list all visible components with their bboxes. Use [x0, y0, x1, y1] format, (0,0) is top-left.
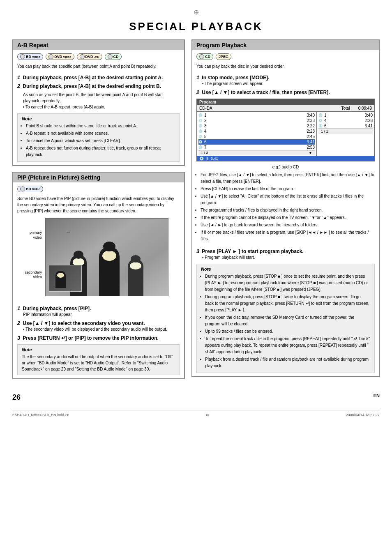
badge-bd: BDVideo	[17, 53, 43, 60]
pip-badges: BDVideo	[17, 186, 180, 192]
track-time: 2:58	[307, 145, 315, 150]
bottom-track-num: 8	[206, 157, 208, 161]
pip-step2-text: Use [▲ / ▼] to select the secondary vide…	[23, 320, 145, 326]
pip-header: PIP (Picture in Picture) Setting	[13, 173, 184, 182]
pip-note-box: Note The the secondary audio will not be…	[17, 344, 180, 375]
penguin-belly-3	[130, 262, 141, 269]
footer-left: E5H40UD_NB500SL9_EN.indd 26	[12, 413, 69, 417]
pip-image-wrapper: primaryvideo secondaryvideo	[17, 218, 180, 296]
program-bullet-item: Use [▲ / ▼] to select "All Clear" at the…	[201, 193, 375, 206]
ab-step1: 1 During playback, press [A-B] at the de…	[17, 74, 180, 81]
pip-secondary-label: secondaryvideo	[17, 270, 42, 280]
pip-bd-icon	[20, 187, 25, 191]
cd-disc-icon	[108, 54, 113, 59]
program-note-bullet: Playback from a desired track / file and…	[205, 356, 370, 369]
program-note-bullet: If you open the disc tray, remove the SD…	[205, 314, 370, 327]
right-track-row: 💿42:28	[318, 118, 373, 123]
table-caption: e.g.) audio CD	[196, 165, 375, 169]
program-table-subheader: CD-DA Total 0:09:49	[197, 105, 374, 112]
program-note-bullets: During program playback, press [STOP ■ ]…	[201, 273, 370, 369]
ab-step1-text: During playback, press [A-B] at the desi…	[23, 75, 163, 81]
track-disc: 💿	[198, 135, 203, 138]
col2-label: Total	[341, 106, 350, 111]
prog-step3-text: Press [PLAY ► ] to start program playbac…	[202, 249, 303, 254]
small-penguin-body	[55, 271, 66, 288]
pip-content: BDVideo Some BD-video have the PIP (pict…	[13, 182, 184, 378]
track-disc: 💿	[198, 119, 203, 122]
prog-step3-detail: • Program playback will start.	[196, 254, 375, 260]
crosshair-top: ⊕	[12, 8, 380, 16]
penguin-head-3	[131, 255, 141, 263]
program-footer-left: 1 / 3 ▼	[198, 150, 315, 155]
program-footer-bottom: 💿 8 3:41	[197, 156, 374, 161]
track-time: 2:28	[307, 129, 315, 134]
program-badges: CD JPEG	[196, 53, 375, 60]
pip-step1-num: 1	[17, 305, 20, 311]
ab-repeat-section: A-B Repeat BDVideo DVDVideo DVD-VR CD Yo…	[12, 39, 185, 166]
footer-crosshair: ⊕	[206, 413, 209, 417]
program-table-body: 💿13:40💿22:33💿32:22💿42:28💿52:45💿63:41💿72:…	[197, 112, 374, 156]
program-note-bullet: Up to 99 tracks / files can be entered.	[205, 328, 370, 335]
program-note-bullet: During program playback, press [STOP ■ ]…	[205, 294, 370, 313]
track-num: 6	[204, 140, 210, 144]
program-playback-section: Program Playback CD JPEG You can play ba…	[191, 39, 380, 377]
pip-step2: 2 Use [▲ / ▼] to select the secondary vi…	[17, 320, 180, 332]
prog-badge-cd: CD	[196, 53, 213, 60]
col2-time: 0:09:49	[358, 106, 372, 111]
ab-note-4: A-B repeat does not function during chap…	[26, 145, 175, 158]
track-row: 💿72:58	[198, 145, 315, 150]
ab-step2-bullet: • To cancel the A-B repeat, press [A-B] …	[23, 105, 105, 109]
page-number-area: 26 EN	[12, 393, 380, 402]
ab-notes-list: Point B should be set within the same ti…	[22, 123, 175, 158]
pip-note-title: Note	[22, 347, 175, 352]
pip-step3-num: 3	[17, 335, 20, 341]
pip-badge-bd: BDVideo	[17, 186, 43, 192]
left-column: A-B Repeat BDVideo DVDVideo DVD-VR CD Yo…	[12, 39, 185, 385]
page-title: SPECIAL PLAYBACK	[12, 20, 380, 33]
program-note-title: Note	[201, 267, 370, 272]
pip-penguin-2	[99, 238, 124, 296]
badge-dvd-video: DVDVideo	[46, 53, 74, 60]
pip-step3: 3 Press [RETURN ↵] or [PIP] to remove th…	[17, 335, 180, 341]
main-content: A-B Repeat BDVideo DVDVideo DVD-VR CD Yo…	[12, 39, 380, 385]
track-num: 3	[204, 124, 210, 128]
track-disc: 💿	[198, 129, 203, 133]
dvd-disc-icon	[48, 54, 53, 59]
pip-penguin-3	[128, 251, 150, 296]
badge-cd: CD	[105, 53, 122, 60]
pip-step1-text: During playback, press [PIP].	[23, 306, 91, 311]
left-tracks-container: 💿13:40💿22:33💿32:22💿42:28💿52:45💿63:41💿72:…	[198, 113, 315, 150]
ab-repeat-content: BDVideo DVDVideo DVD-VR CD You can play …	[13, 50, 184, 165]
penguin-head-2	[103, 242, 115, 251]
track-disc: 💿	[198, 113, 203, 117]
track-row: 💿52:45	[198, 134, 315, 139]
pip-primary-label: primaryvideo	[17, 230, 42, 240]
prog-step2-text: Use [▲ / ▼] to select a track / file, th…	[202, 90, 330, 95]
program-note-box: Note During program playback, press [STO…	[196, 264, 375, 373]
program-table: Program CD-DA Total 0:09:49 💿13	[196, 99, 375, 161]
program-left-tracks: 💿13:40💿22:33💿32:22💿42:28💿52:45💿63:41💿72:…	[197, 112, 317, 156]
track-time: 2:45	[307, 134, 315, 139]
penguin-belly-2	[102, 251, 116, 261]
bd-disc-icon	[20, 54, 25, 59]
program-playback-content: CD JPEG You can play back the disc in yo…	[192, 50, 379, 376]
program-label: Program	[199, 100, 216, 104]
right-track-icon: 💿	[318, 113, 323, 117]
pip-step2-num: 2	[17, 320, 20, 326]
program-playback-header: Program Playback	[192, 40, 379, 50]
program-bullet-item: Press [CLEAR] to erase the last file of …	[201, 186, 375, 192]
track-num: 2	[204, 118, 210, 123]
right-track-time: 3:40	[365, 113, 373, 117]
track-time: 3:40	[307, 113, 315, 117]
ab-intro: You can play back the specific part (bet…	[17, 63, 180, 69]
pip-step2-detail: • The secondary video will be displayed …	[17, 326, 180, 332]
program-right-tracks: 💿13:40💿42:28💿63:41 1 / 1	[317, 112, 374, 156]
pip-step3-text: Press [RETURN ↵] or [PIP] to remove the …	[23, 335, 159, 341]
program-bullet-item: If 8 or more tracks / files were set in …	[201, 229, 375, 242]
penguin-body-3	[128, 259, 143, 296]
pip-primary-video	[45, 218, 168, 296]
ab-step2-detail: As soon as you set the point B, the part…	[17, 92, 180, 110]
right-track-num: 6	[324, 124, 330, 128]
pip-step1-detail: PIP information will appear.	[17, 311, 180, 318]
ab-repeat-badges: BDVideo DVDVideo DVD-VR CD	[17, 53, 180, 60]
